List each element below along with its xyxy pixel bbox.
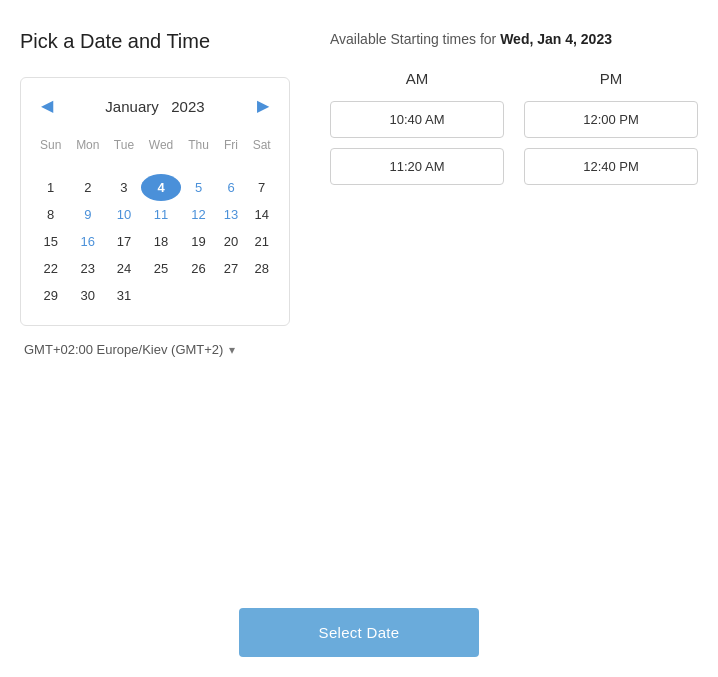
calendar-day xyxy=(68,162,107,174)
weekday-mon: Mon xyxy=(68,134,107,162)
calendar-body: 1234567891011121314151617181920212223242… xyxy=(33,162,277,309)
calendar-day xyxy=(33,162,68,174)
am-column-header: AM xyxy=(330,70,504,87)
calendar-day[interactable]: 3 xyxy=(107,174,141,201)
calendar-day xyxy=(246,282,277,309)
calendar-day[interactable]: 5 xyxy=(181,174,215,201)
calendar-day[interactable]: 21 xyxy=(246,228,277,255)
am-column: AM 10:40 AM11:20 AM xyxy=(330,70,504,195)
calendar-day xyxy=(216,282,247,309)
weekday-sun: Sun xyxy=(33,134,68,162)
calendar-day[interactable]: 31 xyxy=(107,282,141,309)
calendar-day[interactable]: 6 xyxy=(216,174,247,201)
calendar-week-row: 891011121314 xyxy=(33,201,277,228)
calendar-day[interactable]: 28 xyxy=(246,255,277,282)
calendar-day[interactable]: 19 xyxy=(181,228,215,255)
calendar-day[interactable]: 17 xyxy=(107,228,141,255)
pm-time-slot[interactable]: 12:00 PM xyxy=(524,101,698,138)
calendar-day xyxy=(141,282,182,309)
weekday-wed: Wed xyxy=(141,134,182,162)
calendar-box: ◀ January 2023 ▶ SunMonTueWedThuFriSat 1… xyxy=(20,77,290,326)
calendar-day[interactable]: 22 xyxy=(33,255,68,282)
calendar-month: January xyxy=(105,98,158,115)
time-header-prefix: Available Starting times for xyxy=(330,31,500,47)
calendar-day[interactable]: 18 xyxy=(141,228,182,255)
calendar-day xyxy=(246,162,277,174)
prev-month-button[interactable]: ◀ xyxy=(33,94,61,118)
calendar-day[interactable]: 14 xyxy=(246,201,277,228)
time-columns: AM 10:40 AM11:20 AM PM 12:00 PM12:40 PM xyxy=(330,70,698,195)
weekday-header-row: SunMonTueWedThuFriSat xyxy=(33,134,277,162)
calendar-day[interactable]: 12 xyxy=(181,201,215,228)
weekday-thu: Thu xyxy=(181,134,215,162)
calendar-day[interactable]: 1 xyxy=(33,174,68,201)
timezone-text: GMT+02:00 Europe/Kiev (GMT+2) xyxy=(24,342,223,357)
calendar-nav: ◀ January 2023 ▶ xyxy=(33,94,277,118)
pm-column-header: PM xyxy=(524,70,698,87)
calendar-day[interactable]: 24 xyxy=(107,255,141,282)
calendar-day[interactable]: 2 xyxy=(68,174,107,201)
time-section: Available Starting times for Wed, Jan 4,… xyxy=(330,30,698,357)
weekday-sat: Sat xyxy=(246,134,277,162)
calendar-day[interactable]: 23 xyxy=(68,255,107,282)
calendar-week-row: 15161718192021 xyxy=(33,228,277,255)
next-month-button[interactable]: ▶ xyxy=(249,94,277,118)
selected-date-label: Wed, Jan 4, 2023 xyxy=(500,31,612,47)
page-title: Pick a Date and Time xyxy=(20,30,290,53)
calendar-day[interactable]: 11 xyxy=(141,201,182,228)
calendar-day[interactable]: 26 xyxy=(181,255,215,282)
calendar-week-row: 22232425262728 xyxy=(33,255,277,282)
am-time-slot[interactable]: 10:40 AM xyxy=(330,101,504,138)
pm-time-slot[interactable]: 12:40 PM xyxy=(524,148,698,185)
timezone-dropdown-icon: ▾ xyxy=(229,343,235,357)
calendar-day xyxy=(181,162,215,174)
calendar-grid: SunMonTueWedThuFriSat 123456789101112131… xyxy=(33,134,277,309)
pm-slots: 12:00 PM12:40 PM xyxy=(524,101,698,185)
calendar-month-year: January 2023 xyxy=(105,98,204,115)
calendar-day xyxy=(181,282,215,309)
calendar-day[interactable]: 13 xyxy=(216,201,247,228)
calendar-day xyxy=(107,162,141,174)
calendar-day[interactable]: 16 xyxy=(68,228,107,255)
am-slots: 10:40 AM11:20 AM xyxy=(330,101,504,185)
calendar-week-row: 293031 xyxy=(33,282,277,309)
calendar-day[interactable]: 9 xyxy=(68,201,107,228)
weekday-fri: Fri xyxy=(216,134,247,162)
calendar-day[interactable]: 27 xyxy=(216,255,247,282)
calendar-week-row: 1234567 xyxy=(33,174,277,201)
calendar-section: Pick a Date and Time ◀ January 2023 ▶ Su… xyxy=(20,30,290,357)
timezone-selector[interactable]: GMT+02:00 Europe/Kiev (GMT+2) ▾ xyxy=(20,342,290,357)
calendar-day[interactable]: 30 xyxy=(68,282,107,309)
footer: Select Date xyxy=(0,588,718,677)
calendar-day[interactable]: 25 xyxy=(141,255,182,282)
am-time-slot[interactable]: 11:20 AM xyxy=(330,148,504,185)
weekday-tue: Tue xyxy=(107,134,141,162)
calendar-day xyxy=(141,162,182,174)
calendar-day[interactable]: 7 xyxy=(246,174,277,201)
pm-column: PM 12:00 PM12:40 PM xyxy=(524,70,698,195)
calendar-day[interactable]: 15 xyxy=(33,228,68,255)
time-section-header: Available Starting times for Wed, Jan 4,… xyxy=(330,30,698,50)
select-date-button[interactable]: Select Date xyxy=(239,608,480,657)
calendar-day xyxy=(216,162,247,174)
calendar-day[interactable]: 20 xyxy=(216,228,247,255)
calendar-year: 2023 xyxy=(171,98,204,115)
calendar-day[interactable]: 8 xyxy=(33,201,68,228)
calendar-day[interactable]: 10 xyxy=(107,201,141,228)
calendar-week-row xyxy=(33,162,277,174)
calendar-day[interactable]: 4 xyxy=(141,174,182,201)
calendar-day[interactable]: 29 xyxy=(33,282,68,309)
